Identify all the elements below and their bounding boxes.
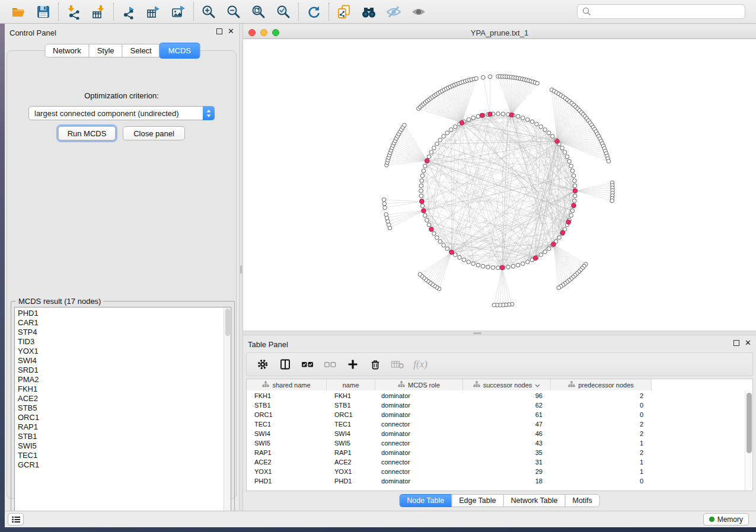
add-column-icon[interactable] (343, 355, 363, 374)
float-panel-icon[interactable] (733, 340, 739, 346)
table-cell[interactable]: PHD1 (327, 476, 375, 486)
network-hub-node[interactable] (425, 158, 430, 163)
table-cell[interactable]: 35 (463, 448, 551, 457)
network-hub-node[interactable] (480, 113, 484, 118)
delete-column-icon[interactable] (365, 355, 385, 374)
table-scrollbar[interactable] (745, 391, 752, 491)
save-session-icon[interactable] (31, 2, 56, 22)
table-cell[interactable]: dominator (375, 400, 463, 410)
deselect-all-columns-icon[interactable] (320, 355, 340, 374)
network-hub-node[interactable] (460, 120, 464, 125)
table-cell[interactable]: connector (375, 467, 463, 476)
network-node[interactable] (567, 159, 572, 164)
table-cell[interactable]: ORC1 (247, 410, 327, 419)
zoom-fit-icon[interactable] (246, 2, 271, 22)
network-node[interactable] (521, 262, 525, 266)
network-node[interactable] (501, 112, 505, 116)
network-node[interactable] (435, 142, 439, 146)
network-node[interactable] (551, 134, 555, 139)
close-panel-icon[interactable]: ✕ (228, 28, 234, 34)
table-cell[interactable]: connector (375, 438, 463, 448)
network-hub-node[interactable] (551, 242, 556, 247)
network-node[interactable] (420, 174, 425, 178)
network-node[interactable] (420, 204, 425, 208)
network-node[interactable] (569, 164, 573, 168)
network-node[interactable] (569, 213, 573, 217)
table-cell[interactable]: ACE2 (327, 457, 375, 467)
zoom-selected-icon[interactable] (271, 2, 296, 22)
table-cell[interactable]: connector (375, 419, 463, 429)
network-hub-node[interactable] (429, 227, 434, 232)
splitter-grip[interactable] (473, 332, 481, 334)
run-mcds-button[interactable]: Run MCDS (58, 126, 116, 140)
column-visibility-icon[interactable] (275, 355, 295, 374)
hide-selected-icon[interactable] (381, 2, 406, 22)
column-header-name[interactable]: name (327, 379, 375, 390)
network-node[interactable] (384, 213, 388, 217)
find-icon[interactable] (356, 2, 381, 22)
mcds-result-item[interactable]: YOX1 (15, 347, 224, 356)
table-cell[interactable]: dominator (375, 448, 463, 457)
export-image-icon[interactable] (166, 2, 191, 22)
network-node[interactable] (535, 122, 539, 126)
network-node[interactable] (573, 199, 577, 203)
network-hub-node[interactable] (422, 209, 426, 213)
zoom-out-icon[interactable] (221, 2, 246, 22)
network-node[interactable] (491, 265, 495, 270)
mcds-result-item[interactable]: TID3 (15, 337, 224, 347)
network-node[interactable] (429, 150, 433, 155)
table-cell[interactable]: SWI4 (247, 429, 327, 438)
network-node[interactable] (476, 263, 480, 267)
table-cell[interactable]: 31 (463, 457, 551, 467)
network-node[interactable] (442, 134, 446, 139)
table-cell[interactable]: ACE2 (247, 457, 327, 467)
network-node[interactable] (516, 114, 520, 118)
network-node[interactable] (488, 75, 492, 79)
network-node[interactable] (419, 194, 423, 198)
network-node[interactable] (530, 120, 534, 124)
mcds-result-item[interactable]: STP4 (15, 328, 224, 337)
mcds-result-item[interactable]: SWI5 (15, 441, 224, 451)
close-panel-button[interactable]: Close panel (123, 126, 185, 140)
table-cell[interactable]: FKH1 (247, 391, 327, 400)
network-node[interactable] (427, 223, 431, 227)
network-hub-node[interactable] (500, 265, 505, 270)
network-node[interactable] (462, 258, 466, 262)
table-cell[interactable]: SWI5 (327, 438, 375, 448)
table-cell[interactable]: 0 (551, 410, 652, 419)
network-node[interactable] (420, 179, 424, 183)
table-cell[interactable]: FKH1 (327, 391, 375, 400)
task-history-button[interactable] (8, 513, 24, 525)
table-cell[interactable]: TEC1 (327, 419, 375, 429)
mcds-result-item[interactable]: SRD1 (15, 366, 224, 375)
network-hub-node[interactable] (572, 203, 576, 208)
network-node[interactable] (573, 194, 577, 198)
table-options-icon[interactable] (253, 355, 273, 374)
mcds-result-item[interactable]: SWI4 (15, 356, 224, 366)
network-node[interactable] (539, 253, 543, 257)
mcds-result-item[interactable]: PHD1 (15, 309, 224, 318)
network-node[interactable] (471, 116, 476, 120)
table-cell[interactable]: dominator (375, 476, 463, 486)
network-node[interactable] (543, 250, 547, 254)
table-cell[interactable]: 2 (551, 429, 652, 438)
table-cell[interactable]: YOX1 (327, 467, 375, 476)
splitter-grip[interactable] (240, 265, 242, 274)
network-node[interactable] (496, 266, 500, 270)
mcds-list-scrollbar[interactable] (224, 307, 231, 518)
table-cell[interactable]: 2 (551, 391, 652, 400)
network-node[interactable] (570, 209, 575, 213)
table-cell[interactable]: 46 (463, 429, 551, 438)
table-cell[interactable]: PHD1 (247, 476, 327, 486)
table-cell[interactable]: 96 (463, 391, 551, 400)
table-cell[interactable]: SWI4 (327, 429, 375, 438)
network-node[interactable] (453, 125, 457, 129)
criterion-dropdown[interactable]: largest connected component (undirected) (28, 106, 215, 120)
network-node[interactable] (565, 155, 569, 159)
table-cell[interactable]: ORC1 (327, 410, 375, 419)
table-cell[interactable]: RAP1 (247, 448, 327, 457)
mcds-result-item[interactable]: STB1 (15, 432, 224, 441)
network-node[interactable] (516, 263, 520, 267)
zoom-in-icon[interactable] (196, 2, 221, 22)
table-cell[interactable]: 29 (463, 467, 551, 476)
